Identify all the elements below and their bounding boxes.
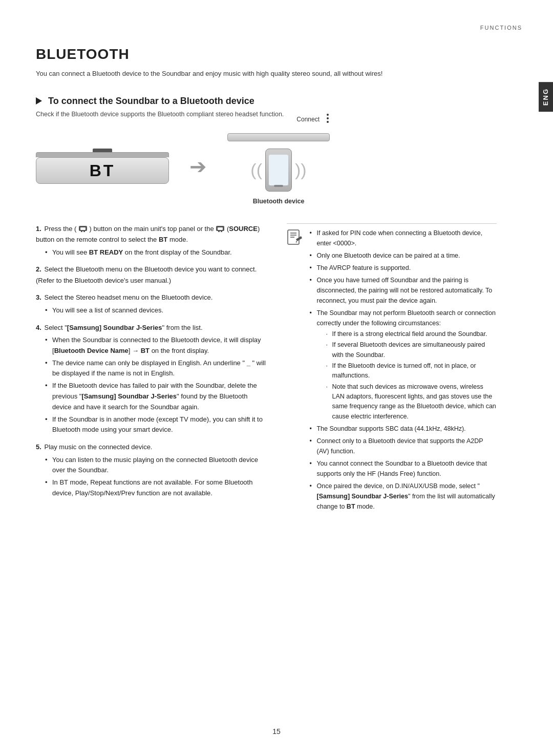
phone-body xyxy=(265,149,292,192)
right-col: If asked for PIN code when connecting a … xyxy=(287,223,497,514)
wave-right-icon: )) xyxy=(295,160,307,180)
right-bullet-8: You cannot connect the Soundbar to a Blu… xyxy=(309,458,497,479)
sub-bullet-4: Note that such devices as microwave oven… xyxy=(325,382,497,422)
step-1: 1. Press the ( ) button on the main unit… xyxy=(36,223,266,258)
step-5: 5. Play music on the connected device. Y… xyxy=(36,442,266,499)
step-4-bullet-4: If the Soundbar is in another mode (exce… xyxy=(45,414,266,436)
intro-text: You can connect a Bluetooth device to th… xyxy=(36,69,497,79)
bt-display: BT xyxy=(90,161,116,180)
right-bullet-3: The AVRCP feature is supported. xyxy=(309,263,497,273)
sub-bullet-3: If the Bluetooth device is turned off, n… xyxy=(325,361,497,381)
right-bullet-1: If asked for PIN code when connecting a … xyxy=(309,228,497,248)
source-icon-small xyxy=(78,225,88,233)
right-bullet-4: Once you have turned off Soundbar and th… xyxy=(309,275,497,306)
arrow-right-icon: ➔ xyxy=(189,155,207,178)
step-4-bullet-1: When the Soundbar is connected to the Bl… xyxy=(45,335,266,356)
svg-rect-6 xyxy=(218,230,220,232)
soundbar-diagram: BT xyxy=(36,149,169,184)
section-heading-text: To connect the Soundbar to a Bluetooth d… xyxy=(48,96,254,107)
phone-screen xyxy=(269,155,288,185)
step-2-num: 2. xyxy=(36,265,41,273)
note-svg xyxy=(287,229,303,245)
step-5-num: 5. xyxy=(36,443,41,451)
triangle-icon xyxy=(36,97,42,104)
step-5-bullet-1: You can listen to the music playing on t… xyxy=(45,455,266,476)
svg-rect-7 xyxy=(221,230,222,232)
right-bullet-9: Once paired the device, on D.IN/AUX/USB … xyxy=(309,481,497,512)
step-4: 4. Select "[Samsung] Soundbar J-Series" … xyxy=(36,322,266,436)
note-icon xyxy=(287,229,303,245)
step-4-bullets: When the Soundbar is connected to the Bl… xyxy=(36,335,266,435)
step-1-text: Press the ( ) button on the main unit's … xyxy=(36,225,260,243)
source-icon xyxy=(216,225,225,233)
svg-rect-5 xyxy=(218,227,223,230)
dot-2 xyxy=(327,117,329,119)
bt-device-body-wrap: (( )) xyxy=(250,149,306,192)
svg-rect-2 xyxy=(81,230,82,232)
section-heading: To connect the Soundbar to a Bluetooth d… xyxy=(36,96,497,107)
step-3-bullet-1: You will see a list of scanned devices. xyxy=(45,305,266,316)
step-4-text: Select "[Samsung] Soundbar J-Series" fro… xyxy=(44,324,202,331)
step-3: 3. Select the Stereo headset menu on the… xyxy=(36,292,266,316)
right-bullet-2: Only one Bluetooth device can be paired … xyxy=(309,250,497,261)
page-number: 15 xyxy=(272,727,281,736)
right-bullet-6: The Soundbar supports SBC data (44.1kHz,… xyxy=(309,424,497,434)
step-5-bullet-2: In BT mode, Repeat functions are not ava… xyxy=(45,477,266,499)
soundbar-small xyxy=(227,133,330,141)
right-col-inner: If asked for PIN code when connecting a … xyxy=(287,228,497,514)
step-3-text: Select the Stereo headset menu on the Bl… xyxy=(44,293,212,301)
diagram-row: BT ➔ Connect (( xyxy=(36,128,497,205)
step-4-bullet-3: If the Bluetooth device has failed to pa… xyxy=(45,381,266,412)
two-col: 1. Press the ( ) button on the main unit… xyxy=(36,223,497,514)
connect-dots xyxy=(327,114,329,123)
step-4-bullet-2: The device name can only be displayed in… xyxy=(45,358,266,380)
bt-device-diagram: Connect (( )) Bluetooth device xyxy=(227,128,330,205)
soundbar-top-wrap: BT xyxy=(36,149,169,184)
svg-rect-3 xyxy=(83,230,85,232)
step-2-text: Select the Bluetooth menu on the Bluetoo… xyxy=(36,265,257,284)
right-bullet-7: Connect only to a Bluetooth device that … xyxy=(309,436,497,456)
page-title: BLUETOOTH xyxy=(36,46,497,62)
step-1-bullets: You will see BT READY on the front displ… xyxy=(36,247,266,258)
phone-speaker xyxy=(274,185,283,187)
soundbar-body: BT xyxy=(36,157,169,184)
left-col: 1. Press the ( ) button on the main unit… xyxy=(36,223,266,514)
step-5-text: Play music on the connected device. xyxy=(44,443,152,451)
step-3-num: 3. xyxy=(36,293,41,301)
sub-intro: Check if the Bluetooth device supports t… xyxy=(36,111,497,118)
right-bullet-list: If asked for PIN code when connecting a … xyxy=(309,228,497,514)
sub-bullet-1: If there is a strong electrical field ar… xyxy=(325,329,497,339)
sub-bullet-2: If several Bluetooth devices are simulta… xyxy=(325,340,497,360)
bt-device-label: Bluetooth device xyxy=(253,198,305,205)
soundbar-top-bar xyxy=(36,152,169,157)
step-2: 2. Select the Bluetooth menu on the Blue… xyxy=(36,264,266,286)
step-3-bullets: You will see a list of scanned devices. xyxy=(36,305,266,316)
sub-bullet-list: If there is a strong electrical field ar… xyxy=(316,329,497,422)
wave-left-icon: (( xyxy=(250,160,262,180)
functions-label: FUNCTIONS xyxy=(480,25,522,31)
connect-label: Connect xyxy=(296,116,320,123)
step-4-num: 4. xyxy=(36,324,41,331)
step-1-bullet-1: You will see BT READY on the front displ… xyxy=(45,247,266,258)
dot-3 xyxy=(327,121,329,123)
eng-tab: ENG xyxy=(539,82,553,112)
right-bullet-5: The Soundbar may not perform Bluetooth s… xyxy=(309,308,497,422)
svg-rect-1 xyxy=(80,227,86,230)
step-1-num: 1. xyxy=(36,225,41,233)
dot-1 xyxy=(327,114,329,116)
step-5-bullets: You can listen to the music playing on t… xyxy=(36,455,266,499)
